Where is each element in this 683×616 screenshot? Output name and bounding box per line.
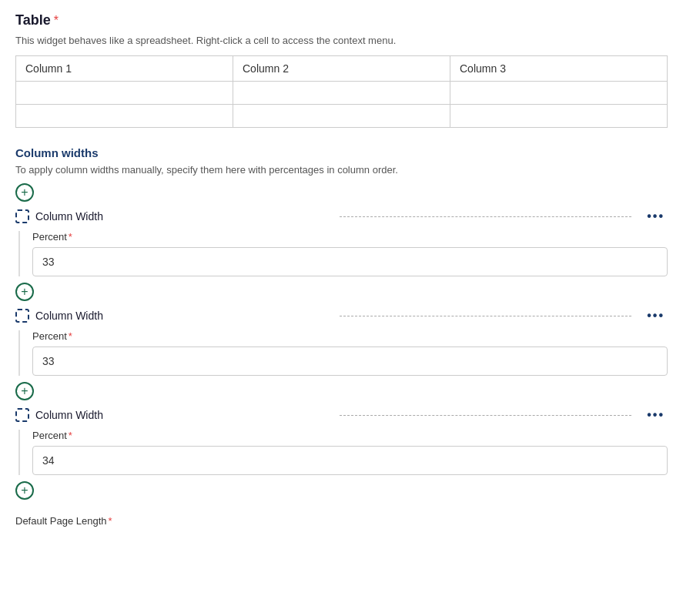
percent-input-3[interactable] [32,446,668,475]
col-header-2: Column 2 [233,56,450,82]
page-title: Table [15,12,51,28]
page-description: This widget behaves like a spreadsheet. … [15,35,668,46]
section-description: To apply column widths manually, specify… [15,164,668,176]
drag-icon-3 [15,408,29,422]
column-widths-section: Column widths To apply column widths man… [15,146,668,506]
column-width-label-3: Column Width [35,409,327,421]
column-width-header-1: Column Width ••• [15,208,668,225]
column-width-block-3: Column Width ••• Percent* [15,407,668,475]
table-cell[interactable] [450,105,668,128]
column-width-content-2: Percent* [18,330,668,376]
column-width-divider-2 [340,316,631,316]
more-options-button-1[interactable]: ••• [644,208,668,225]
percent-label-3: Percent* [32,430,668,441]
table-cell[interactable] [16,105,233,128]
col-header-3: Column 3 [450,56,668,82]
table-cell[interactable] [233,82,450,105]
drag-icon-2 [15,309,29,323]
column-width-label-1: Column Width [35,210,327,223]
column-width-label-2: Column Width [35,310,327,322]
column-width-block-2: Column Width ••• Percent* [15,307,668,376]
add-column-width-button-2[interactable]: + [15,283,34,301]
required-star: * [54,14,59,28]
drag-icon-1 [15,209,29,223]
percent-input-1[interactable] [32,247,668,276]
percent-label-2: Percent* [32,330,668,342]
column-width-content-3: Percent* [18,430,668,475]
column-width-divider-3 [340,415,631,416]
more-options-button-2[interactable]: ••• [644,307,668,324]
col-header-1: Column 1 [16,56,233,82]
column-width-header-3: Column Width ••• [15,407,668,424]
section-title: Column widths [15,146,668,159]
add-column-width-button-1[interactable]: + [15,183,34,202]
table-preview: Column 1 Column 2 Column 3 [15,55,668,128]
percent-label-1: Percent* [32,231,668,243]
percent-input-2[interactable] [32,346,668,376]
add-column-width-button-4[interactable]: + [15,481,34,500]
more-options-button-3[interactable]: ••• [644,407,668,424]
column-width-block-1: Column Width ••• Percent* [15,208,668,276]
table-row [16,105,668,128]
table-cell[interactable] [450,82,668,105]
default-page-length-label: Default Page Length* [15,515,668,527]
column-width-divider-1 [340,216,631,217]
column-width-content-1: Percent* [18,231,668,276]
table-row [16,82,668,105]
table-cell[interactable] [233,105,450,128]
column-width-header-2: Column Width ••• [15,307,668,324]
add-column-width-button-3[interactable]: + [15,382,34,400]
table-cell[interactable] [16,82,233,105]
